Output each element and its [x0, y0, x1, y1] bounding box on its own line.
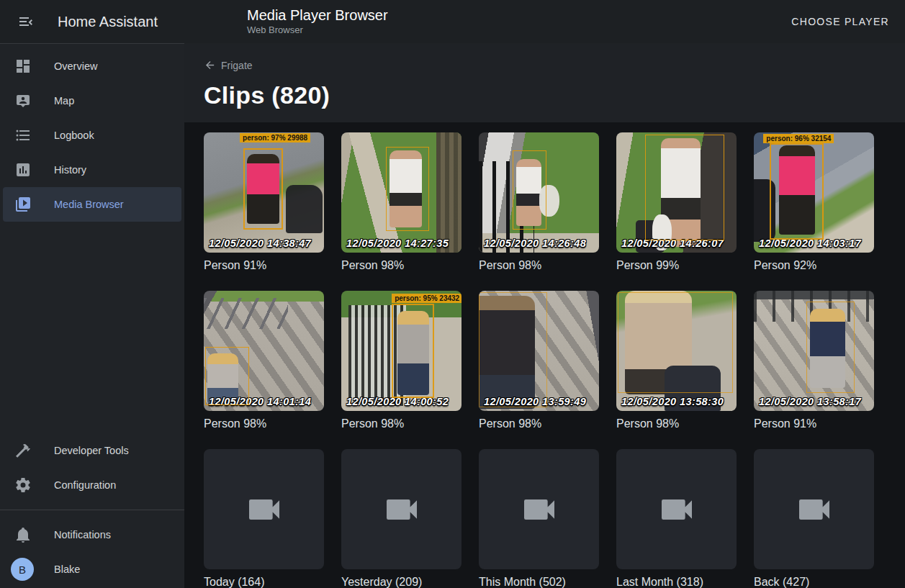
video-camera-icon: [382, 489, 422, 530]
sidebar-item-notifications[interactable]: Notifications: [0, 517, 184, 552]
sidebar-item-overview[interactable]: Overview: [0, 49, 184, 83]
clip-thumbnail[interactable]: 12/05/2020 13:58:17: [754, 291, 874, 411]
sidebar-item-label: Logbook: [54, 130, 94, 141]
avatar: B: [11, 558, 34, 581]
folder-label: Last Month (318): [616, 576, 737, 588]
sidebar-item-label: Media Browser: [54, 199, 124, 210]
breadcrumb-label: Frigate: [221, 60, 253, 71]
folder-tile-today[interactable]: Today (164): [204, 449, 324, 588]
sidebar-item-logbook[interactable]: Logbook: [0, 118, 184, 153]
map-marker-account-icon: [14, 92, 32, 109]
play-box-multiple-icon: [14, 196, 32, 213]
video-camera-icon: [519, 489, 559, 530]
video-camera-icon: [244, 489, 284, 530]
sidebar-header: Home Assistant: [0, 10, 184, 33]
folder-thumbnail[interactable]: [341, 449, 461, 569]
timestamp-overlay: 12/05/2020 14:27:35: [346, 238, 449, 249]
detection-bounding-box: [770, 143, 824, 240]
thumbnail-art: [286, 185, 323, 233]
timestamp-overlay: 12/05/2020 14:38:47: [209, 238, 311, 249]
clip-tile[interactable]: 12/05/2020 14:26:48 Person 98%: [479, 132, 599, 272]
detection-label: person: 96% 32154: [763, 134, 834, 143]
folder-tile-last-month[interactable]: Last Month (318): [616, 449, 737, 588]
top-app-bar: Home Assistant Media Player Browser Web …: [0, 0, 905, 43]
detection-bounding-box: [806, 302, 855, 393]
media-browser-content: Frigate Clips (820) person: 97% 29988 12…: [184, 43, 905, 588]
folder-thumbnail[interactable]: [479, 449, 599, 569]
folder-label: Yesterday (209): [341, 576, 461, 588]
clip-tile[interactable]: person: 95% 23432 12/05/2020 14:00:52 Pe…: [341, 291, 461, 430]
clip-label: Person 92%: [754, 259, 874, 272]
sidebar-item-developer-tools[interactable]: Developer Tools: [0, 433, 184, 468]
clip-tile[interactable]: 12/05/2020 14:01:14 Person 98%: [204, 291, 324, 430]
clip-thumbnail[interactable]: 12/05/2020 14:27:35: [341, 132, 461, 253]
clips-grid: person: 97% 29988 12/05/2020 14:38:47 Pe…: [204, 132, 886, 588]
clip-thumbnail[interactable]: 12/05/2020 13:59:49: [479, 291, 599, 411]
detection-bounding-box: [205, 347, 250, 404]
detection-bounding-box: [479, 292, 547, 407]
list-bulleted-icon: [14, 127, 32, 144]
video-camera-icon: [794, 489, 834, 530]
clip-thumbnail[interactable]: 12/05/2020 14:26:48: [479, 132, 599, 253]
sidebar-item-map[interactable]: Map: [0, 83, 184, 118]
clip-tile[interactable]: 12/05/2020 14:27:35 Person 98%: [341, 132, 461, 272]
thumbnail-art: [436, 132, 461, 253]
clip-label: Person 99%: [616, 259, 737, 272]
clip-tile[interactable]: 12/05/2020 13:59:49 Person 98%: [479, 291, 599, 430]
clip-label: Person 91%: [754, 417, 874, 430]
sidebar-item-configuration[interactable]: Configuration: [0, 468, 184, 502]
folder-tile-this-month[interactable]: This Month (502): [479, 449, 599, 588]
folder-label: Back (427): [754, 576, 874, 588]
clip-tile[interactable]: 12/05/2020 13:58:17 Person 91%: [754, 291, 874, 430]
detection-bounding-box: [243, 148, 283, 230]
folder-thumbnail[interactable]: [754, 449, 874, 569]
clip-thumbnail[interactable]: 12/05/2020 13:58:30: [616, 291, 737, 411]
clip-tile[interactable]: 12/05/2020 13:58:30 Person 98%: [616, 291, 737, 430]
thumbnail-art: [204, 298, 288, 329]
sidebar: Overview Map Logbook History Media Brows…: [0, 43, 184, 588]
content-header: Frigate Clips (820): [184, 43, 905, 122]
clip-thumbnail[interactable]: person: 95% 23432 12/05/2020 14:00:52: [341, 291, 461, 411]
clip-tile[interactable]: 12/05/2020 14:26:07 Person 99%: [616, 132, 737, 272]
sidebar-item-user-profile[interactable]: B Blake: [0, 552, 184, 587]
clip-thumbnail[interactable]: 12/05/2020 14:01:14: [204, 291, 324, 411]
video-camera-icon: [657, 489, 697, 530]
sidebar-item-label: Configuration: [54, 479, 116, 491]
clip-label: Person 98%: [479, 417, 599, 430]
clip-label: Person 98%: [341, 259, 461, 272]
sidebar-item-media-browser[interactable]: Media Browser: [3, 187, 181, 222]
detection-bounding-box: [386, 147, 429, 231]
sidebar-bottom-section: Developer Tools Configuration Notificati…: [0, 433, 184, 588]
gear-icon: [14, 476, 32, 494]
dashboard-icon: [14, 58, 32, 75]
arrow-left-icon: [204, 59, 216, 71]
timestamp-overlay: 12/05/2020 13:58:17: [759, 396, 861, 407]
clip-thumbnail[interactable]: person: 96% 32154 12/05/2020 14:03:17: [754, 132, 874, 253]
sidebar-toggle-button[interactable]: [14, 10, 37, 33]
page-subtitle: Web Browser: [247, 25, 388, 36]
folder-thumbnail[interactable]: [204, 449, 324, 569]
clip-tile[interactable]: person: 97% 29988 12/05/2020 14:38:47 Pe…: [204, 132, 324, 272]
folder-tile-back[interactable]: Back (427): [754, 449, 874, 588]
detection-bounding-box: [645, 135, 724, 240]
detection-label: person: 97% 29988: [240, 133, 310, 143]
choose-player-button[interactable]: CHOOSE PLAYER: [785, 9, 895, 35]
chart-box-icon: [14, 161, 32, 178]
hammer-icon: [14, 442, 32, 459]
detection-bounding-box: [392, 304, 433, 397]
folder-label: Today (164): [204, 576, 324, 588]
clip-thumbnail[interactable]: 12/05/2020 14:26:07: [616, 132, 737, 253]
page-title: Media Player Browser: [247, 7, 388, 24]
app-title: Home Assistant: [58, 14, 158, 30]
clips-page-title: Clips (820): [204, 81, 905, 109]
clip-tile[interactable]: person: 96% 32154 12/05/2020 14:03:17 Pe…: [754, 132, 874, 272]
folder-thumbnail[interactable]: [616, 449, 737, 569]
sidebar-item-label: Developer Tools: [54, 445, 129, 456]
bell-icon: [14, 526, 32, 543]
sidebar-item-history[interactable]: History: [0, 153, 184, 187]
clip-thumbnail[interactable]: person: 97% 29988 12/05/2020 14:38:47: [204, 132, 324, 253]
folder-tile-yesterday[interactable]: Yesterday (209): [341, 449, 461, 588]
page-header: Media Player Browser Web Browser: [247, 7, 388, 36]
menu-open-icon: [17, 13, 35, 30]
breadcrumb-back-frigate[interactable]: Frigate: [204, 59, 253, 71]
